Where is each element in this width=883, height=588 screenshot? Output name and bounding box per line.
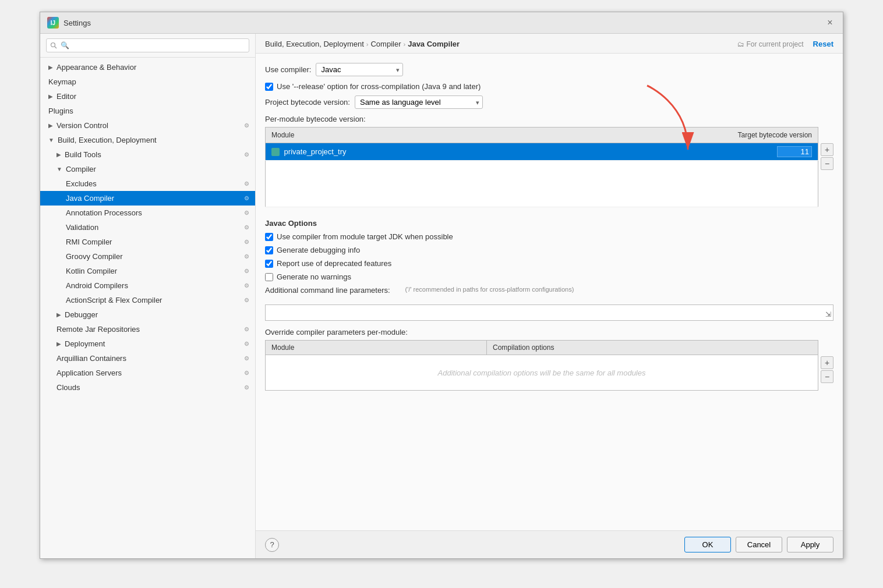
- sidebar-item-rmi[interactable]: RMI Compiler ⚙: [40, 235, 255, 249]
- sidebar-item-label: Validation: [66, 223, 242, 232]
- javac-opt4-checkbox[interactable]: [265, 273, 273, 281]
- cross-compile-row: Use '--release' option for cross-compila…: [265, 82, 833, 91]
- add-override-button[interactable]: +: [821, 356, 833, 369]
- cross-compile-checkbox[interactable]: [265, 83, 273, 91]
- sidebar-item-version-control[interactable]: ▶ Version Control ⚙: [40, 118, 255, 133]
- config-icon: ⚙: [244, 282, 249, 289]
- override-table-header: Module Compilation options: [266, 341, 818, 355]
- for-project-label: 🗂 For current project: [737, 40, 804, 48]
- config-icon: ⚙: [244, 122, 249, 129]
- help-button[interactable]: ?: [265, 538, 279, 552]
- settings-dialog: IJ Settings × ▶ Appearance & Behavior Ke…: [40, 12, 843, 559]
- override-label: Override compiler parameters per-module:: [265, 328, 833, 336]
- sidebar-item-appearance[interactable]: ▶ Appearance & Behavior: [40, 60, 255, 75]
- override-table-area: Module Compilation options Additional co…: [265, 340, 833, 391]
- sidebar-item-label: Version Control: [56, 121, 242, 130]
- sidebar-item-java-compiler[interactable]: Java Compiler ⚙: [40, 191, 255, 206]
- config-icon: ⚙: [244, 326, 249, 332]
- col-target: Target bytecode version: [702, 127, 818, 143]
- search-input[interactable]: [46, 38, 249, 52]
- reset-button[interactable]: Reset: [813, 40, 833, 48]
- remove-override-button[interactable]: −: [821, 370, 833, 383]
- sidebar-item-editor[interactable]: ▶ Editor: [40, 89, 255, 104]
- dialog-footer: ? OK Cancel Apply: [256, 530, 843, 558]
- cross-compile-label: Use '--release' option for cross-compila…: [277, 82, 481, 91]
- javac-option-4: Generate no warnings: [265, 272, 833, 281]
- sidebar-item-build-tools[interactable]: ▶ Build Tools ⚙: [40, 147, 255, 162]
- override-table-body: Additional compilation options will be t…: [266, 355, 818, 390]
- project-icon: 🗂: [737, 40, 744, 48]
- expand-icon: ▶: [48, 93, 53, 100]
- sidebar-item-remote-jar[interactable]: Remote Jar Repositories ⚙: [40, 322, 255, 336]
- sidebar-item-debugger[interactable]: ▶ Debugger: [40, 307, 255, 322]
- close-button[interactable]: ×: [824, 17, 836, 29]
- expand-icon: ▼: [56, 166, 62, 172]
- javac-opt3-checkbox[interactable]: [265, 260, 273, 268]
- search-box: [40, 34, 255, 58]
- sidebar-item-excludes[interactable]: Excludes ⚙: [40, 176, 255, 191]
- cmd-params-row: Additional command line parameters: ('/'…: [265, 286, 833, 299]
- main-content: Build, Execution, Deployment › Compiler …: [256, 34, 843, 558]
- config-icon: ⚙: [244, 297, 249, 303]
- javac-opt3-label: Report use of deprecated features: [277, 259, 391, 268]
- sidebar-item-actionscript[interactable]: ActionScript & Flex Compiler ⚙: [40, 293, 255, 307]
- bytecode-version-row: Project bytecode version: Same as langua…: [265, 95, 833, 109]
- use-compiler-label: Use compiler:: [265, 65, 311, 74]
- config-icon: ⚙: [244, 355, 249, 362]
- add-module-button[interactable]: +: [821, 143, 833, 156]
- breadcrumb-sep-1: ›: [366, 41, 369, 48]
- apply-button[interactable]: Apply: [787, 537, 833, 552]
- config-icon: ⚙: [244, 224, 249, 231]
- bytecode-version-label: Project bytecode version:: [265, 98, 350, 107]
- bytecode-version-select[interactable]: Same as language level 8910 111213: [355, 95, 483, 109]
- override-table-container: Module Compilation options Additional co…: [265, 340, 818, 391]
- expand-icon: ▼: [48, 137, 54, 143]
- sidebar-item-deployment[interactable]: ▶ Deployment ⚙: [40, 336, 255, 351]
- table-row[interactable]: private_project_try: [266, 143, 818, 161]
- cancel-button[interactable]: Cancel: [736, 537, 782, 552]
- sidebar-item-annotation[interactable]: Annotation Processors ⚙: [40, 206, 255, 220]
- breadcrumb-part-1: Build, Execution, Deployment: [265, 40, 364, 48]
- title-bar: IJ Settings ×: [40, 12, 843, 34]
- sidebar-item-validation[interactable]: Validation ⚙: [40, 220, 255, 235]
- compiler-select-wrapper: Javac Eclipse Ajc: [316, 63, 403, 76]
- header-right: 🗂 For current project Reset: [737, 40, 833, 48]
- config-icon: ⚙: [244, 180, 249, 187]
- col-module: Module: [266, 127, 702, 143]
- sidebar-item-compiler[interactable]: ▼ Compiler: [40, 162, 255, 176]
- bytecode-select-wrapper: Same as language level 8910 111213: [355, 95, 483, 109]
- sidebar-item-clouds[interactable]: Clouds ⚙: [40, 380, 255, 395]
- sidebar-item-app-servers[interactable]: Application Servers ⚙: [40, 366, 255, 380]
- sidebar-item-groovy[interactable]: Groovy Compiler ⚙: [40, 249, 255, 264]
- javac-opt1-checkbox[interactable]: [265, 233, 273, 241]
- nav-tree: ▶ Appearance & Behavior Keymap ▶ Editor …: [40, 58, 255, 558]
- sidebar-item-build[interactable]: ▼ Build, Execution, Deployment: [40, 133, 255, 147]
- sidebar-item-label: Remote Jar Repositories: [56, 325, 242, 334]
- javac-opt2-label: Generate debugging info: [277, 246, 360, 254]
- override-table-buttons: + −: [821, 340, 833, 391]
- compiler-select[interactable]: Javac Eclipse Ajc: [316, 63, 403, 76]
- target-version-input[interactable]: [777, 146, 812, 157]
- sidebar-item-label: Groovy Compiler: [66, 252, 242, 261]
- config-icon: ⚙: [244, 370, 249, 376]
- expand-icon: ▶: [56, 311, 61, 318]
- sidebar-item-android[interactable]: Android Compilers ⚙: [40, 278, 255, 293]
- ok-button[interactable]: OK: [684, 537, 731, 552]
- content-body: Use compiler: Javac Eclipse Ajc Use '--r…: [256, 54, 843, 530]
- sidebar-item-kotlin[interactable]: Kotlin Compiler ⚙: [40, 264, 255, 278]
- sidebar-item-arquillian[interactable]: Arquillian Containers ⚙: [40, 351, 255, 366]
- override-placeholder: Additional compilation options will be t…: [438, 369, 646, 377]
- breadcrumb: Build, Execution, Deployment › Compiler …: [265, 40, 460, 48]
- config-icon: ⚙: [244, 268, 249, 274]
- dialog-title: Settings: [63, 19, 91, 27]
- per-module-section: Per-module bytecode version: Module Targ…: [265, 115, 833, 212]
- expand-icon: ▶: [56, 151, 61, 158]
- javac-opt2-checkbox[interactable]: [265, 246, 273, 254]
- expand-cmd-button[interactable]: ⇲: [825, 310, 831, 318]
- cmd-params-input[interactable]: [265, 304, 833, 321]
- expand-icon: ▶: [56, 341, 61, 347]
- remove-module-button[interactable]: −: [821, 157, 833, 170]
- sidebar-item-plugins[interactable]: Plugins: [40, 104, 255, 118]
- config-icon: ⚙: [244, 384, 249, 391]
- sidebar-item-keymap[interactable]: Keymap: [40, 75, 255, 89]
